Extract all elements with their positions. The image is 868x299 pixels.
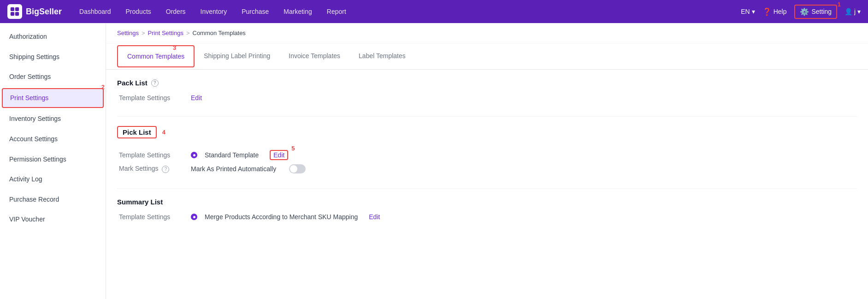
svg-rect-2	[11, 12, 14, 16]
nav-right-actions: EN ▾ ❓ Help ⚙️ Setting 1 👤 j ▾	[741, 5, 861, 19]
svg-rect-3	[15, 12, 19, 16]
svg-rect-0	[11, 7, 14, 11]
sidebar-item-permission-settings[interactable]: Permission Settings	[0, 150, 106, 170]
pack-list-template-row: Template Settings Edit	[117, 94, 857, 102]
gear-icon: ⚙️	[800, 7, 809, 16]
pick-list-label: Pick List	[123, 128, 151, 136]
pick-list-mark-row: Mark Settings ? Mark As Printed Automati…	[117, 164, 857, 173]
nav-purchase[interactable]: Purchase	[235, 4, 275, 19]
svg-rect-1	[15, 7, 19, 11]
sidebar-item-activity-log[interactable]: Activity Log	[0, 169, 106, 190]
pick-list-template-row: Template Settings Standard Template Edit…	[117, 151, 857, 159]
mark-settings-label: Mark Settings ?	[119, 165, 183, 173]
annotation-badge-4: 4	[162, 129, 165, 136]
page-layout: Authorization Shipping Settings Order Se…	[0, 23, 868, 299]
summary-list-template-row: Template Settings Merge Products Accordi…	[117, 213, 857, 221]
summary-list-section: Summary List Template Settings Merge Pro…	[117, 189, 857, 235]
setting-label: Setting	[812, 8, 832, 15]
annotation-badge-2: 2	[101, 84, 105, 90]
main-content: Settings > Print Settings > Common Templ…	[106, 23, 868, 299]
annotation-badge-3: 3	[173, 44, 176, 51]
breadcrumb: Settings > Print Settings > Common Templ…	[106, 23, 868, 43]
nav-report[interactable]: Report	[320, 4, 353, 19]
tab-label-templates[interactable]: Label Templates	[349, 46, 415, 67]
sidebar: Authorization Shipping Settings Order Se…	[0, 23, 106, 299]
summary-list-edit-link[interactable]: Edit	[369, 213, 380, 221]
tab-shipping-label-printing[interactable]: Shipping Label Printing	[195, 46, 279, 67]
user-avatar-icon: 👤	[844, 8, 852, 15]
nav-marketing[interactable]: Marketing	[277, 4, 318, 19]
annotation-badge-5: 5	[291, 145, 295, 152]
sidebar-item-inventory-settings[interactable]: Inventory Settings	[0, 109, 106, 129]
mark-settings-info-icon[interactable]: ?	[162, 166, 169, 173]
nav-orders[interactable]: Orders	[159, 4, 192, 19]
breadcrumb-sep-2: >	[186, 30, 190, 36]
sidebar-item-vip-voucher[interactable]: VIP Voucher	[0, 209, 106, 230]
summary-list-label: Summary List	[117, 198, 163, 206]
breadcrumb-sep-1: >	[142, 30, 145, 36]
help-circle-icon: ❓	[762, 7, 772, 16]
sidebar-item-authorization[interactable]: Authorization	[0, 27, 106, 47]
mark-auto-label: Mark As Printed Automatically	[191, 165, 276, 173]
user-menu[interactable]: 👤 j ▾	[844, 8, 861, 15]
pick-list-edit-link[interactable]: Edit	[270, 150, 288, 160]
nav-dashboard[interactable]: Dashboard	[73, 4, 118, 19]
summary-list-title: Summary List	[117, 198, 857, 206]
pick-list-standard-template-label: Standard Template	[205, 151, 259, 159]
pack-list-edit-link[interactable]: Edit	[191, 94, 202, 102]
nav-inventory[interactable]: Inventory	[194, 4, 234, 19]
top-navigation: BigSeller Dashboard Products Orders Inve…	[0, 0, 868, 23]
nav-menu: Dashboard Products Orders Inventory Purc…	[73, 4, 741, 19]
user-chevron-icon: ▾	[857, 8, 861, 15]
pack-list-template-label: Template Settings	[119, 94, 183, 102]
nav-products[interactable]: Products	[119, 4, 158, 19]
tab-bar: Common Templates 3 Shipping Label Printi…	[106, 43, 868, 70]
summary-list-template-label: Template Settings	[119, 213, 183, 221]
language-selector[interactable]: EN ▾	[741, 8, 755, 15]
sidebar-item-account-settings[interactable]: Account Settings	[0, 129, 106, 150]
tab-common-templates[interactable]: Common Templates	[117, 45, 195, 67]
summary-list-radio[interactable]	[191, 214, 197, 220]
pack-list-info-icon[interactable]: ?	[151, 79, 159, 87]
sidebar-item-purchase-record[interactable]: Purchase Record	[0, 190, 106, 210]
summary-list-merge-label: Merge Products According to Merchant SKU…	[205, 213, 358, 221]
sidebar-item-order-settings[interactable]: Order Settings	[0, 67, 106, 87]
brand-name: BigSeller	[26, 7, 62, 17]
help-label: Help	[774, 8, 787, 15]
breadcrumb-current: Common Templates	[193, 30, 246, 36]
tab-invoice-templates[interactable]: Invoice Templates	[279, 46, 349, 67]
pick-list-template-label: Template Settings	[119, 151, 183, 159]
help-button[interactable]: ❓ Help	[762, 7, 787, 16]
user-initial: j	[854, 8, 856, 15]
breadcrumb-print-settings[interactable]: Print Settings	[148, 30, 183, 36]
logo[interactable]: BigSeller	[7, 4, 62, 19]
setting-button[interactable]: ⚙️ Setting 1	[794, 5, 838, 19]
pick-list-section: Pick List 4 Template Settings Standard T…	[117, 117, 857, 189]
mark-auto-toggle[interactable]	[289, 164, 306, 173]
pack-list-title: Pack List ?	[117, 79, 857, 87]
pack-list-label: Pack List	[117, 79, 148, 87]
pack-list-section: Pack List ? Template Settings Edit	[117, 70, 857, 117]
lang-chevron-icon: ▾	[752, 8, 755, 15]
breadcrumb-settings[interactable]: Settings	[117, 30, 139, 36]
sidebar-item-shipping-settings[interactable]: Shipping Settings	[0, 47, 106, 67]
sidebar-item-print-settings[interactable]: Print Settings	[2, 88, 104, 108]
lang-label: EN	[741, 8, 750, 15]
annotation-badge-1: 1	[838, 1, 841, 8]
content-area: Pack List ? Template Settings Edit Pick …	[106, 70, 868, 235]
pick-list-title: Pick List 4	[117, 126, 165, 138]
pick-list-radio[interactable]	[191, 152, 197, 158]
logo-icon	[7, 4, 22, 19]
